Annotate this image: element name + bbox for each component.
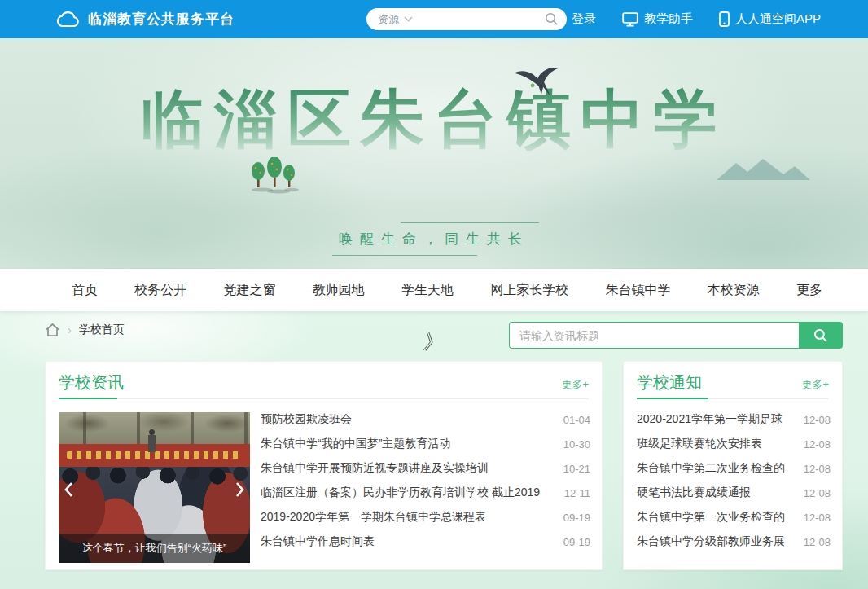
carousel-next-button[interactable] [235, 481, 245, 498]
nav-item-teachers-garden[interactable]: 教师园地 [313, 282, 365, 299]
list-item[interactable]: 朱台镇中学开展预防近视专题讲座及实操培训 10-21 [261, 456, 590, 481]
nav-item-party-building[interactable]: 党建之窗 [224, 282, 276, 299]
panel-underline [637, 398, 829, 399]
banner-slogan: 唤醒生命，同生共长 [337, 222, 531, 256]
item-title: 2020-2021学年第一学期足球 [637, 412, 783, 427]
panel-underline [59, 398, 589, 399]
news-panel-title: 学校资讯 [59, 371, 124, 393]
notice-more-link[interactable]: 更多+ [801, 377, 829, 392]
trees-illustration [249, 157, 300, 198]
search-scope-label[interactable]: 资源 [378, 12, 399, 27]
teaching-assistant-label: 教学助手 [644, 11, 693, 27]
news-panel: 学校资讯 更多+ 这个春节，让我们告别“火药味” 预防校园欺凌班会 01-04 … [45, 361, 603, 570]
phone-icon [719, 11, 730, 27]
nav-item-more[interactable]: 更多 [796, 282, 822, 299]
item-title: 朱台镇中学第二次业务检查的 [637, 461, 785, 476]
header-links: 登录 教学助手 人人通空间APP [572, 0, 821, 38]
cloud-icon [55, 11, 80, 29]
carousel-caption[interactable]: 这个春节，让我们告别“火药味” [59, 534, 250, 563]
item-date: 12-08 [804, 536, 831, 548]
list-item[interactable]: 2020-2021学年第一学期足球 12-08 [637, 407, 831, 432]
breadcrumb: › 学校首页 [45, 323, 125, 337]
nav-item-home[interactable]: 首页 [72, 282, 98, 299]
nav-item-zhutai-school[interactable]: 朱台镇中学 [606, 282, 671, 299]
list-item[interactable]: 朱台镇中学第二次业务检查的 12-08 [637, 456, 831, 481]
photo-speaker-figure [148, 435, 156, 452]
item-title: 预防校园欺凌班会 [261, 412, 352, 427]
list-item[interactable]: 班级足球联赛轮次安排表 12-08 [637, 432, 831, 456]
item-title: 朱台镇中学分级部教师业务展 [637, 534, 785, 549]
item-title: 朱台镇中学开展预防近视专题讲座及实操培训 [261, 461, 489, 476]
brand: 临淄教育公共服务平台 [55, 10, 235, 29]
top-bar: 临淄教育公共服务平台 资源 登录 教学助手 人人通空间APP [0, 0, 868, 38]
item-title: 朱台镇中学第一次业务检查的 [637, 510, 785, 525]
school-name: 临淄区朱台镇中学 [0, 87, 868, 151]
item-date: 12-08 [804, 463, 831, 475]
chevron-down-icon[interactable] [404, 16, 413, 22]
search-icon [813, 328, 828, 343]
background-decoration: 》 [421, 327, 447, 359]
news-search-bar [509, 322, 843, 349]
search-button[interactable] [799, 322, 843, 349]
header-search-pill[interactable]: 资源 [366, 8, 567, 30]
carousel-prev-button[interactable] [64, 481, 73, 498]
news-list: 预防校园欺凌班会 01-04 朱台镇中学“我的中国梦”主题教育活动 10-30 … [261, 407, 590, 554]
item-date: 09-19 [563, 536, 590, 548]
notice-panel-title: 学校通知 [637, 371, 702, 393]
header-search-icon[interactable] [545, 12, 559, 26]
nav-item-students-world[interactable]: 学生天地 [401, 282, 454, 299]
item-date: 09-19 [563, 512, 590, 524]
item-date: 12-11 [564, 487, 590, 499]
breadcrumb-current[interactable]: 学校首页 [79, 323, 125, 337]
item-date: 12-08 [804, 438, 831, 451]
list-item[interactable]: 朱台镇中学第一次业务检查的 12-08 [637, 505, 831, 530]
renrentong-app-link[interactable]: 人人通空间APP [719, 11, 821, 27]
item-title: 硬笔书法比赛成绩通报 [637, 486, 751, 500]
content-area: 》 › 学校首页 学校资讯 更多+ [0, 311, 868, 589]
item-date: 10-21 [563, 463, 590, 475]
notice-panel: 学校通知 更多+ 2020-2021学年第一学期足球 12-08 班级足球联赛轮… [623, 361, 843, 570]
breadcrumb-chevron-icon: › [68, 323, 72, 336]
item-date: 12-08 [804, 512, 831, 524]
list-item[interactable]: 硬笔书法比赛成绩通报 12-08 [637, 481, 831, 505]
nav-item-school-resources[interactable]: 本校资源 [708, 282, 760, 299]
list-item[interactable]: 朱台镇中学“我的中国梦”主题教育活动 10-30 [261, 432, 590, 456]
list-item[interactable]: 朱台镇中学分级部教师业务展 12-08 [637, 530, 831, 554]
list-item[interactable]: 朱台镇中学作息时间表 09-19 [261, 530, 590, 554]
list-item[interactable]: 临淄区注册（备案）民办非学历教育培训学校 截止2019 12-11 [261, 481, 590, 505]
main-nav: 首页 校务公开 党建之窗 教师园地 学生天地 网上家长学校 朱台镇中学 本校资源… [0, 269, 868, 311]
mountains-illustration [717, 157, 810, 183]
item-date: 12-08 [804, 414, 831, 426]
renrentong-app-label: 人人通空间APP [735, 11, 821, 27]
news-search-input[interactable] [509, 322, 799, 349]
list-item[interactable]: 2019-2020学年第一学期朱台镇中学总课程表 09-19 [261, 505, 590, 530]
item-date: 10-30 [563, 438, 590, 451]
item-title: 朱台镇中学作息时间表 [261, 534, 375, 549]
nav-item-school-affairs[interactable]: 校务公开 [134, 282, 186, 299]
home-icon[interactable] [45, 323, 60, 337]
news-more-link[interactable]: 更多+ [561, 377, 589, 392]
notice-list: 2020-2021学年第一学期足球 12-08 班级足球联赛轮次安排表 12-0… [637, 407, 831, 554]
login-link[interactable]: 登录 [572, 11, 596, 27]
item-title: 临淄区注册（备案）民办非学历教育培训学校 截止2019 [261, 486, 540, 500]
teaching-assistant-link[interactable]: 教学助手 [622, 11, 693, 27]
hero-banner: 临淄区朱台镇中学 唤醒生命，同生共长 [0, 38, 868, 269]
item-title: 班级足球联赛轮次安排表 [637, 437, 762, 451]
list-item[interactable]: 预防校园欺凌班会 01-04 [261, 407, 590, 432]
monitor-icon [622, 12, 638, 27]
swallow-icon [515, 64, 562, 105]
nav-item-parents-school[interactable]: 网上家长学校 [490, 282, 568, 299]
item-title: 朱台镇中学“我的中国梦”主题教育活动 [261, 437, 450, 451]
item-title: 2019-2020学年第一学期朱台镇中学总课程表 [261, 510, 486, 525]
item-date: 01-04 [563, 414, 590, 426]
login-label: 登录 [572, 11, 596, 27]
brand-title: 临淄教育公共服务平台 [88, 10, 235, 29]
item-date: 12-08 [804, 487, 831, 499]
news-carousel[interactable]: 这个春节，让我们告别“火药味” [59, 412, 250, 563]
